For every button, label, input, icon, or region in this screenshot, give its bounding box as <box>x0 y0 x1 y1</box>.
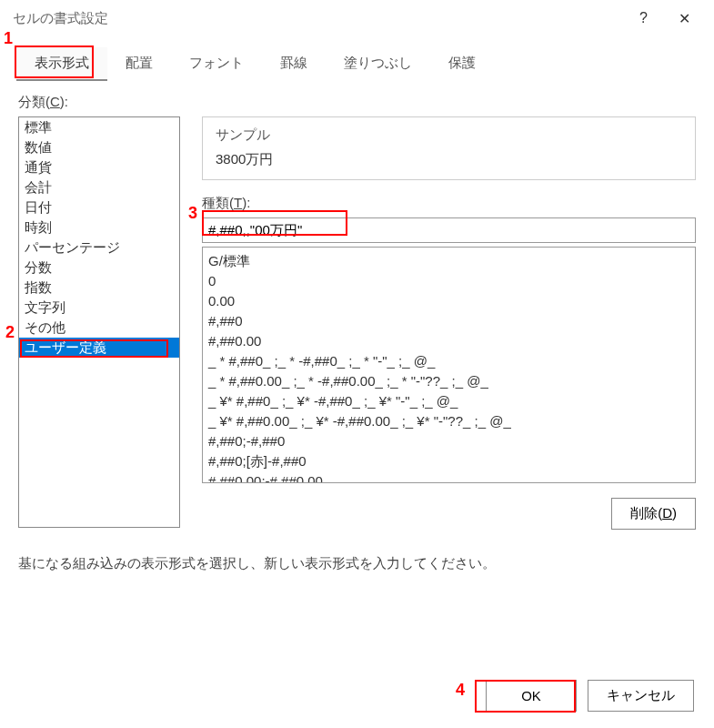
tab-protection[interactable]: 保護 <box>430 47 494 81</box>
type-label: 種類(T): <box>202 195 696 212</box>
category-list[interactable]: 標準 数値 通貨 会計 日付 時刻 パーセンテージ 分数 指数 文字列 その他 … <box>18 116 180 528</box>
hint-text: 基になる組み込みの表示形式を選択し、新しい表示形式を入力してください。 <box>18 555 696 572</box>
format-item[interactable]: 0.00 <box>208 291 689 311</box>
category-item-number[interactable]: 数値 <box>19 137 179 157</box>
category-item-date[interactable]: 日付 <box>19 197 179 217</box>
category-item-custom[interactable]: ユーザー定義 <box>19 338 179 358</box>
format-item[interactable]: #,##0;[赤]-#,##0 <box>208 451 689 471</box>
format-list[interactable]: G/標準 0 0.00 #,##0 #,##0.00 _ * #,##0_ ;_… <box>202 247 696 483</box>
tab-strip: 表示形式 配置 フォント 罫線 塗りつぶし 保護 <box>0 47 714 81</box>
type-input[interactable] <box>202 217 696 243</box>
format-item[interactable]: _ * #,##0_ ;_ * -#,##0_ ;_ * "-"_ ;_ @_ <box>208 351 689 371</box>
tab-border[interactable]: 罫線 <box>262 47 326 81</box>
titlebar: セルの書式設定 ? ✕ <box>0 0 714 36</box>
format-item[interactable]: G/標準 <box>208 251 689 271</box>
tab-font[interactable]: フォント <box>171 47 262 81</box>
format-item[interactable]: 0 <box>208 271 689 291</box>
ok-button[interactable]: OK <box>486 680 577 712</box>
category-item-accounting[interactable]: 会計 <box>19 177 179 197</box>
category-label: 分類(C): <box>18 94 696 111</box>
category-item-text[interactable]: 文字列 <box>19 298 179 318</box>
delete-button[interactable]: 削除(D) <box>611 498 696 530</box>
callout-number-4: 4 <box>456 681 465 700</box>
category-item-currency[interactable]: 通貨 <box>19 157 179 177</box>
right-panel: サンプル 3800万円 種類(T): G/標準 0 0.00 #,##0 #,#… <box>202 116 696 530</box>
category-item-fraction[interactable]: 分数 <box>19 258 179 278</box>
delete-row: 削除(D) <box>202 498 696 530</box>
footer: OK キャンセル <box>486 680 694 712</box>
sample-label: サンプル <box>216 126 682 144</box>
tab-fill[interactable]: 塗りつぶし <box>326 47 430 81</box>
close-button[interactable]: ✕ <box>664 5 705 32</box>
format-item[interactable]: #,##0 <box>208 311 689 331</box>
body-row: 標準 数値 通貨 会計 日付 時刻 パーセンテージ 分数 指数 文字列 その他 … <box>18 116 696 530</box>
format-item[interactable]: #,##0.00 <box>208 331 689 351</box>
format-item[interactable]: _ ¥* #,##0_ ;_ ¥* -#,##0_ ;_ ¥* "-"_ ;_ … <box>208 391 689 411</box>
tab-alignment[interactable]: 配置 <box>107 47 171 81</box>
format-item[interactable]: _ ¥* #,##0.00_ ;_ ¥* -#,##0.00_ ;_ ¥* "-… <box>208 411 689 431</box>
dialog-title: セルの書式設定 <box>13 10 623 27</box>
format-item[interactable]: #,##0.00;-#,##0.00 <box>208 471 689 483</box>
format-item[interactable]: _ * #,##0.00_ ;_ * -#,##0.00_ ;_ * "-"??… <box>208 371 689 391</box>
help-button[interactable]: ? <box>623 5 664 32</box>
sample-box: サンプル 3800万円 <box>202 116 696 180</box>
category-item-scientific[interactable]: 指数 <box>19 278 179 298</box>
cancel-button[interactable]: キャンセル <box>588 680 694 712</box>
category-item-other[interactable]: その他 <box>19 318 179 338</box>
format-item[interactable]: #,##0;-#,##0 <box>208 431 689 451</box>
category-item-percentage[interactable]: パーセンテージ <box>19 238 179 258</box>
category-item-time[interactable]: 時刻 <box>19 217 179 238</box>
sample-value: 3800万円 <box>216 151 682 168</box>
tab-number-format[interactable]: 表示形式 <box>16 47 107 81</box>
content-area: 分類(C): 標準 数値 通貨 会計 日付 時刻 パーセンテージ 分数 指数 文… <box>0 81 714 585</box>
category-item-standard[interactable]: 標準 <box>19 117 179 137</box>
